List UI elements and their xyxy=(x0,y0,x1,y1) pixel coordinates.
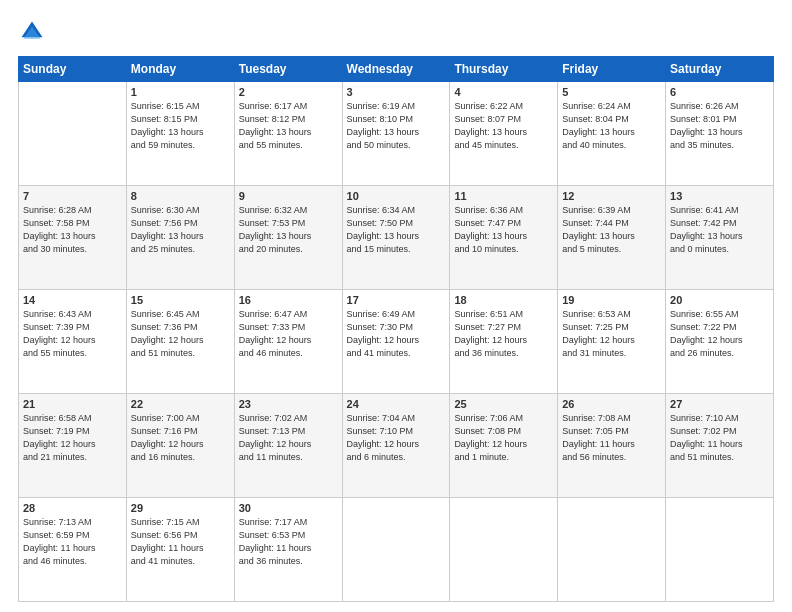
day-number: 23 xyxy=(239,398,338,410)
day-info: Sunrise: 6:58 AM Sunset: 7:19 PM Dayligh… xyxy=(23,412,122,464)
day-info: Sunrise: 7:17 AM Sunset: 6:53 PM Dayligh… xyxy=(239,516,338,568)
day-info: Sunrise: 6:39 AM Sunset: 7:44 PM Dayligh… xyxy=(562,204,661,256)
day-number: 21 xyxy=(23,398,122,410)
day-info: Sunrise: 6:30 AM Sunset: 7:56 PM Dayligh… xyxy=(131,204,230,256)
day-cell: 20Sunrise: 6:55 AM Sunset: 7:22 PM Dayli… xyxy=(666,290,774,394)
day-info: Sunrise: 6:24 AM Sunset: 8:04 PM Dayligh… xyxy=(562,100,661,152)
day-number: 9 xyxy=(239,190,338,202)
day-cell: 21Sunrise: 6:58 AM Sunset: 7:19 PM Dayli… xyxy=(19,394,127,498)
day-number: 25 xyxy=(454,398,553,410)
week-row-5: 28Sunrise: 7:13 AM Sunset: 6:59 PM Dayli… xyxy=(19,498,774,602)
day-number: 12 xyxy=(562,190,661,202)
day-cell: 16Sunrise: 6:47 AM Sunset: 7:33 PM Dayli… xyxy=(234,290,342,394)
day-number: 22 xyxy=(131,398,230,410)
week-row-1: 1Sunrise: 6:15 AM Sunset: 8:15 PM Daylig… xyxy=(19,82,774,186)
day-number: 5 xyxy=(562,86,661,98)
day-number: 26 xyxy=(562,398,661,410)
day-number: 2 xyxy=(239,86,338,98)
day-cell: 19Sunrise: 6:53 AM Sunset: 7:25 PM Dayli… xyxy=(558,290,666,394)
day-cell: 8Sunrise: 6:30 AM Sunset: 7:56 PM Daylig… xyxy=(126,186,234,290)
day-cell: 29Sunrise: 7:15 AM Sunset: 6:56 PM Dayli… xyxy=(126,498,234,602)
day-number: 28 xyxy=(23,502,122,514)
logo-icon xyxy=(18,18,46,46)
day-cell: 12Sunrise: 6:39 AM Sunset: 7:44 PM Dayli… xyxy=(558,186,666,290)
header xyxy=(18,18,774,46)
day-cell xyxy=(666,498,774,602)
week-row-2: 7Sunrise: 6:28 AM Sunset: 7:58 PM Daylig… xyxy=(19,186,774,290)
day-cell: 25Sunrise: 7:06 AM Sunset: 7:08 PM Dayli… xyxy=(450,394,558,498)
day-info: Sunrise: 6:28 AM Sunset: 7:58 PM Dayligh… xyxy=(23,204,122,256)
day-info: Sunrise: 6:22 AM Sunset: 8:07 PM Dayligh… xyxy=(454,100,553,152)
col-header-monday: Monday xyxy=(126,57,234,82)
day-cell: 23Sunrise: 7:02 AM Sunset: 7:13 PM Dayli… xyxy=(234,394,342,498)
day-info: Sunrise: 6:51 AM Sunset: 7:27 PM Dayligh… xyxy=(454,308,553,360)
day-info: Sunrise: 6:49 AM Sunset: 7:30 PM Dayligh… xyxy=(347,308,446,360)
day-cell: 17Sunrise: 6:49 AM Sunset: 7:30 PM Dayli… xyxy=(342,290,450,394)
day-cell: 6Sunrise: 6:26 AM Sunset: 8:01 PM Daylig… xyxy=(666,82,774,186)
day-info: Sunrise: 6:45 AM Sunset: 7:36 PM Dayligh… xyxy=(131,308,230,360)
day-info: Sunrise: 7:15 AM Sunset: 6:56 PM Dayligh… xyxy=(131,516,230,568)
col-header-sunday: Sunday xyxy=(19,57,127,82)
day-cell: 27Sunrise: 7:10 AM Sunset: 7:02 PM Dayli… xyxy=(666,394,774,498)
col-header-tuesday: Tuesday xyxy=(234,57,342,82)
col-header-saturday: Saturday xyxy=(666,57,774,82)
day-cell: 11Sunrise: 6:36 AM Sunset: 7:47 PM Dayli… xyxy=(450,186,558,290)
day-number: 27 xyxy=(670,398,769,410)
day-number: 17 xyxy=(347,294,446,306)
day-info: Sunrise: 7:13 AM Sunset: 6:59 PM Dayligh… xyxy=(23,516,122,568)
day-cell: 18Sunrise: 6:51 AM Sunset: 7:27 PM Dayli… xyxy=(450,290,558,394)
day-cell: 4Sunrise: 6:22 AM Sunset: 8:07 PM Daylig… xyxy=(450,82,558,186)
day-info: Sunrise: 6:17 AM Sunset: 8:12 PM Dayligh… xyxy=(239,100,338,152)
day-number: 30 xyxy=(239,502,338,514)
day-info: Sunrise: 6:55 AM Sunset: 7:22 PM Dayligh… xyxy=(670,308,769,360)
day-info: Sunrise: 7:04 AM Sunset: 7:10 PM Dayligh… xyxy=(347,412,446,464)
day-info: Sunrise: 7:10 AM Sunset: 7:02 PM Dayligh… xyxy=(670,412,769,464)
day-cell: 2Sunrise: 6:17 AM Sunset: 8:12 PM Daylig… xyxy=(234,82,342,186)
day-cell: 26Sunrise: 7:08 AM Sunset: 7:05 PM Dayli… xyxy=(558,394,666,498)
day-number: 18 xyxy=(454,294,553,306)
day-cell: 9Sunrise: 6:32 AM Sunset: 7:53 PM Daylig… xyxy=(234,186,342,290)
day-info: Sunrise: 6:43 AM Sunset: 7:39 PM Dayligh… xyxy=(23,308,122,360)
logo xyxy=(18,18,50,46)
day-info: Sunrise: 6:36 AM Sunset: 7:47 PM Dayligh… xyxy=(454,204,553,256)
day-info: Sunrise: 7:02 AM Sunset: 7:13 PM Dayligh… xyxy=(239,412,338,464)
week-row-3: 14Sunrise: 6:43 AM Sunset: 7:39 PM Dayli… xyxy=(19,290,774,394)
week-row-4: 21Sunrise: 6:58 AM Sunset: 7:19 PM Dayli… xyxy=(19,394,774,498)
header-row: SundayMondayTuesdayWednesdayThursdayFrid… xyxy=(19,57,774,82)
day-info: Sunrise: 6:15 AM Sunset: 8:15 PM Dayligh… xyxy=(131,100,230,152)
day-cell: 30Sunrise: 7:17 AM Sunset: 6:53 PM Dayli… xyxy=(234,498,342,602)
day-number: 29 xyxy=(131,502,230,514)
day-info: Sunrise: 6:34 AM Sunset: 7:50 PM Dayligh… xyxy=(347,204,446,256)
day-cell: 10Sunrise: 6:34 AM Sunset: 7:50 PM Dayli… xyxy=(342,186,450,290)
day-cell: 13Sunrise: 6:41 AM Sunset: 7:42 PM Dayli… xyxy=(666,186,774,290)
col-header-friday: Friday xyxy=(558,57,666,82)
day-number: 20 xyxy=(670,294,769,306)
day-info: Sunrise: 7:00 AM Sunset: 7:16 PM Dayligh… xyxy=(131,412,230,464)
day-number: 13 xyxy=(670,190,769,202)
day-number: 24 xyxy=(347,398,446,410)
day-number: 11 xyxy=(454,190,553,202)
day-cell: 15Sunrise: 6:45 AM Sunset: 7:36 PM Dayli… xyxy=(126,290,234,394)
day-number: 8 xyxy=(131,190,230,202)
day-cell: 22Sunrise: 7:00 AM Sunset: 7:16 PM Dayli… xyxy=(126,394,234,498)
day-number: 14 xyxy=(23,294,122,306)
day-number: 1 xyxy=(131,86,230,98)
day-info: Sunrise: 6:26 AM Sunset: 8:01 PM Dayligh… xyxy=(670,100,769,152)
day-number: 4 xyxy=(454,86,553,98)
day-info: Sunrise: 6:19 AM Sunset: 8:10 PM Dayligh… xyxy=(347,100,446,152)
day-cell xyxy=(558,498,666,602)
day-cell xyxy=(450,498,558,602)
day-cell: 24Sunrise: 7:04 AM Sunset: 7:10 PM Dayli… xyxy=(342,394,450,498)
day-number: 19 xyxy=(562,294,661,306)
day-cell: 14Sunrise: 6:43 AM Sunset: 7:39 PM Dayli… xyxy=(19,290,127,394)
day-number: 6 xyxy=(670,86,769,98)
day-info: Sunrise: 6:53 AM Sunset: 7:25 PM Dayligh… xyxy=(562,308,661,360)
col-header-wednesday: Wednesday xyxy=(342,57,450,82)
page: SundayMondayTuesdayWednesdayThursdayFrid… xyxy=(0,0,792,612)
day-number: 7 xyxy=(23,190,122,202)
day-cell: 28Sunrise: 7:13 AM Sunset: 6:59 PM Dayli… xyxy=(19,498,127,602)
day-cell: 3Sunrise: 6:19 AM Sunset: 8:10 PM Daylig… xyxy=(342,82,450,186)
day-cell: 5Sunrise: 6:24 AM Sunset: 8:04 PM Daylig… xyxy=(558,82,666,186)
day-number: 15 xyxy=(131,294,230,306)
day-info: Sunrise: 6:41 AM Sunset: 7:42 PM Dayligh… xyxy=(670,204,769,256)
